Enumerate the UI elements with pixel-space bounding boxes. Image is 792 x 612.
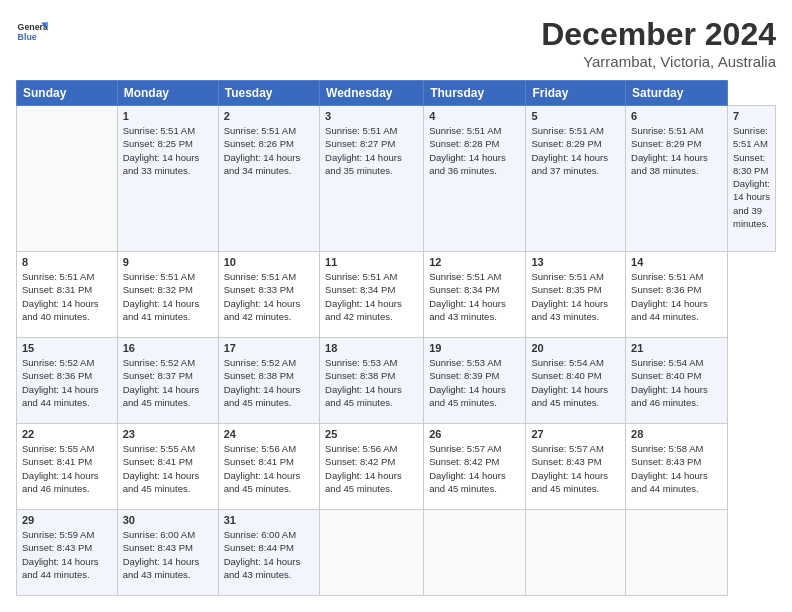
calendar-table: SundayMondayTuesdayWednesdayThursdayFrid… [16,80,776,596]
day-number: 25 [325,428,418,440]
calendar-cell: 21Sunrise: 5:54 AMSunset: 8:40 PMDayligh… [626,338,728,424]
day-info: Sunrise: 5:51 AMSunset: 8:35 PMDaylight:… [531,270,620,323]
calendar-cell: 31Sunrise: 6:00 AMSunset: 8:44 PMDayligh… [218,509,319,595]
day-number: 28 [631,428,722,440]
day-info: Sunrise: 5:59 AMSunset: 8:43 PMDaylight:… [22,528,112,581]
calendar-cell [320,509,424,595]
day-number: 8 [22,256,112,268]
calendar-cell [424,509,526,595]
calendar-cell: 1Sunrise: 5:51 AMSunset: 8:25 PMDaylight… [117,106,218,252]
day-number: 7 [733,110,770,122]
day-number: 31 [224,514,314,526]
logo-icon: General Blue [16,16,48,48]
day-info: Sunrise: 5:51 AMSunset: 8:32 PMDaylight:… [123,270,213,323]
day-info: Sunrise: 5:54 AMSunset: 8:40 PMDaylight:… [531,356,620,409]
col-header-thursday: Thursday [424,81,526,106]
calendar-cell: 13Sunrise: 5:51 AMSunset: 8:35 PMDayligh… [526,252,626,338]
day-number: 15 [22,342,112,354]
day-info: Sunrise: 5:51 AMSunset: 8:34 PMDaylight:… [325,270,418,323]
calendar-cell: 8Sunrise: 5:51 AMSunset: 8:31 PMDaylight… [17,252,118,338]
day-number: 14 [631,256,722,268]
day-info: Sunrise: 5:52 AMSunset: 8:36 PMDaylight:… [22,356,112,409]
day-info: Sunrise: 5:56 AMSunset: 8:41 PMDaylight:… [224,442,314,495]
calendar-cell: 5Sunrise: 5:51 AMSunset: 8:29 PMDaylight… [526,106,626,252]
col-header-friday: Friday [526,81,626,106]
calendar-cell: 10Sunrise: 5:51 AMSunset: 8:33 PMDayligh… [218,252,319,338]
day-number: 12 [429,256,520,268]
title-area: December 2024 Yarrambat, Victoria, Austr… [541,16,776,70]
day-number: 23 [123,428,213,440]
calendar-cell: 12Sunrise: 5:51 AMSunset: 8:34 PMDayligh… [424,252,526,338]
day-info: Sunrise: 6:00 AMSunset: 8:43 PMDaylight:… [123,528,213,581]
day-info: Sunrise: 5:51 AMSunset: 8:31 PMDaylight:… [22,270,112,323]
day-info: Sunrise: 5:51 AMSunset: 8:25 PMDaylight:… [123,124,213,177]
calendar-cell: 24Sunrise: 5:56 AMSunset: 8:41 PMDayligh… [218,423,319,509]
calendar-cell: 28Sunrise: 5:58 AMSunset: 8:43 PMDayligh… [626,423,728,509]
col-header-tuesday: Tuesday [218,81,319,106]
calendar-cell: 26Sunrise: 5:57 AMSunset: 8:42 PMDayligh… [424,423,526,509]
day-info: Sunrise: 6:00 AMSunset: 8:44 PMDaylight:… [224,528,314,581]
calendar-cell: 29Sunrise: 5:59 AMSunset: 8:43 PMDayligh… [17,509,118,595]
day-number: 11 [325,256,418,268]
calendar-cell [17,106,118,252]
col-header-wednesday: Wednesday [320,81,424,106]
calendar-cell: 17Sunrise: 5:52 AMSunset: 8:38 PMDayligh… [218,338,319,424]
day-number: 18 [325,342,418,354]
day-info: Sunrise: 5:52 AMSunset: 8:38 PMDaylight:… [224,356,314,409]
day-info: Sunrise: 5:55 AMSunset: 8:41 PMDaylight:… [123,442,213,495]
day-number: 9 [123,256,213,268]
day-info: Sunrise: 5:51 AMSunset: 8:36 PMDaylight:… [631,270,722,323]
calendar-cell: 11Sunrise: 5:51 AMSunset: 8:34 PMDayligh… [320,252,424,338]
calendar-cell: 20Sunrise: 5:54 AMSunset: 8:40 PMDayligh… [526,338,626,424]
calendar-cell: 2Sunrise: 5:51 AMSunset: 8:26 PMDaylight… [218,106,319,252]
day-number: 21 [631,342,722,354]
header: General Blue December 2024 Yarrambat, Vi… [16,16,776,70]
calendar-cell: 3Sunrise: 5:51 AMSunset: 8:27 PMDaylight… [320,106,424,252]
day-info: Sunrise: 5:51 AMSunset: 8:27 PMDaylight:… [325,124,418,177]
calendar-cell: 6Sunrise: 5:51 AMSunset: 8:29 PMDaylight… [626,106,728,252]
day-number: 24 [224,428,314,440]
day-info: Sunrise: 5:57 AMSunset: 8:42 PMDaylight:… [429,442,520,495]
col-header-saturday: Saturday [626,81,728,106]
day-info: Sunrise: 5:54 AMSunset: 8:40 PMDaylight:… [631,356,722,409]
day-info: Sunrise: 5:55 AMSunset: 8:41 PMDaylight:… [22,442,112,495]
subtitle: Yarrambat, Victoria, Australia [541,53,776,70]
day-info: Sunrise: 5:51 AMSunset: 8:26 PMDaylight:… [224,124,314,177]
day-number: 6 [631,110,722,122]
calendar-cell: 4Sunrise: 5:51 AMSunset: 8:28 PMDaylight… [424,106,526,252]
svg-text:Blue: Blue [18,32,37,42]
calendar-cell: 22Sunrise: 5:55 AMSunset: 8:41 PMDayligh… [17,423,118,509]
day-number: 2 [224,110,314,122]
calendar-cell: 9Sunrise: 5:51 AMSunset: 8:32 PMDaylight… [117,252,218,338]
day-info: Sunrise: 5:53 AMSunset: 8:39 PMDaylight:… [429,356,520,409]
day-number: 22 [22,428,112,440]
day-number: 4 [429,110,520,122]
day-number: 10 [224,256,314,268]
day-number: 30 [123,514,213,526]
calendar-cell: 15Sunrise: 5:52 AMSunset: 8:36 PMDayligh… [17,338,118,424]
day-info: Sunrise: 5:53 AMSunset: 8:38 PMDaylight:… [325,356,418,409]
logo: General Blue [16,16,48,48]
calendar-cell: 18Sunrise: 5:53 AMSunset: 8:38 PMDayligh… [320,338,424,424]
day-info: Sunrise: 5:52 AMSunset: 8:37 PMDaylight:… [123,356,213,409]
day-number: 13 [531,256,620,268]
calendar-cell: 16Sunrise: 5:52 AMSunset: 8:37 PMDayligh… [117,338,218,424]
col-header-sunday: Sunday [17,81,118,106]
calendar-cell: 14Sunrise: 5:51 AMSunset: 8:36 PMDayligh… [626,252,728,338]
day-number: 1 [123,110,213,122]
calendar-cell [626,509,728,595]
day-info: Sunrise: 5:57 AMSunset: 8:43 PMDaylight:… [531,442,620,495]
day-number: 26 [429,428,520,440]
day-number: 19 [429,342,520,354]
calendar-cell: 23Sunrise: 5:55 AMSunset: 8:41 PMDayligh… [117,423,218,509]
calendar-cell: 7Sunrise: 5:51 AMSunset: 8:30 PMDaylight… [727,106,775,252]
day-info: Sunrise: 5:51 AMSunset: 8:29 PMDaylight:… [631,124,722,177]
day-number: 16 [123,342,213,354]
col-header-monday: Monday [117,81,218,106]
calendar-cell: 25Sunrise: 5:56 AMSunset: 8:42 PMDayligh… [320,423,424,509]
day-number: 27 [531,428,620,440]
day-info: Sunrise: 5:51 AMSunset: 8:29 PMDaylight:… [531,124,620,177]
day-info: Sunrise: 5:51 AMSunset: 8:28 PMDaylight:… [429,124,520,177]
calendar-cell: 27Sunrise: 5:57 AMSunset: 8:43 PMDayligh… [526,423,626,509]
day-number: 3 [325,110,418,122]
